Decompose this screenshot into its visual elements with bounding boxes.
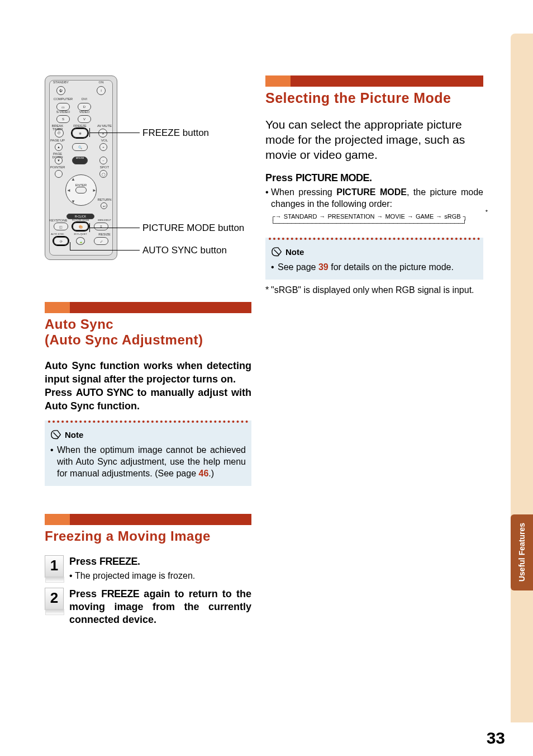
mode-sequence: ┌→ STANDARD → PRESENTATION → MOVIE → GAM… — [271, 213, 483, 220]
step-2-pre: Press — [69, 588, 101, 599]
section-bar-autosync — [45, 302, 251, 313]
callout-line-pm — [89, 228, 140, 228]
step-1-pre: Press — [69, 556, 99, 567]
autosync-press-prefix: Press — [45, 387, 76, 398]
remote-lbl-mouse: MOUSE — [68, 157, 92, 159]
autosync-title-text: Auto Sync (Auto Sync Adjustment) — [45, 316, 203, 347]
pm-press-suf: . — [369, 172, 372, 183]
step-1-kw: FREEZE — [99, 556, 137, 567]
remote-lbl-enter: ENTER — [70, 183, 92, 187]
seq-1: PRESENTATION — [328, 213, 375, 220]
remote-btn-avmute: ✕ — [98, 129, 107, 138]
note-label-picturemode: Note — [285, 247, 304, 257]
loop-underline: └───────────────────────────────────────… — [271, 220, 483, 226]
remote-lbl-resize: RESIZE — [96, 233, 113, 236]
arrow-icon: → — [377, 213, 383, 220]
remote-btn-magnify: 🔍 — [72, 143, 88, 151]
pm-bullet-kw: PICTURE MODE — [336, 187, 407, 197]
pm-bullet-pre: When pressing — [271, 187, 336, 197]
step-2: 2 Press FREEZE again to return to the mo… — [45, 588, 251, 626]
autosync-press-kw: AUTO SYNC — [76, 387, 134, 398]
arrow-icon: → — [407, 213, 413, 220]
seq-4: sRGB — [444, 213, 460, 220]
remote-btn-freeze: ❄ — [72, 129, 88, 138]
remote-btn-video: V — [78, 115, 91, 123]
callout-bracket-freeze — [89, 128, 90, 137]
remote-lbl-dvi: DVI — [73, 97, 96, 101]
page-number: 33 — [487, 729, 505, 748]
remote-lbl-eco: ECO+QUIET — [69, 233, 92, 235]
step-2-num: 2 — [45, 588, 64, 610]
note-icon — [271, 247, 283, 257]
picturemode-body: You can select the appropriate picture m… — [265, 117, 483, 162]
remote-lbl-standby: STANDBY — [50, 81, 72, 84]
picturemode-footnote: "sRGB" is displayed only when RGB signal… — [271, 284, 483, 296]
section-title-picturemode: Selecting the Picture Mode — [265, 90, 483, 106]
remote-body: ⏻ STANDBY I ON ▭ COMPUTER D DVI S S-VIDE… — [49, 80, 113, 256]
picturemode-bullet: When pressing PICTURE MODE, the picture … — [271, 186, 483, 210]
remote-lbl-return: RETURN — [95, 198, 114, 201]
remote-lbl-autosync: AUTO SYNC — [49, 233, 66, 235]
pm-note-pre: See page — [278, 262, 318, 272]
pm-note-page: 39 — [318, 262, 329, 272]
remote-lbl-pageup: PAGE UP — [48, 139, 67, 142]
remote-lbl-picturemode: PICTURE MODE — [69, 219, 92, 221]
remote-lbl-menuhelp: MENU/HELP — [96, 219, 113, 221]
remote-lbl-keystone: KEYSTONE — [49, 219, 66, 222]
nav-up-icon: ▲ — [71, 177, 75, 182]
note-pageref-autosync: 46 — [198, 469, 208, 478]
note-bullet-picturemode: See page 39 for details on the picture m… — [278, 261, 478, 273]
callout-picture-mode: PICTURE MODE button — [142, 223, 244, 234]
right-column: Selecting the Picture Mode You can selec… — [265, 75, 483, 296]
note-box-picturemode: Note See page 39 for details on the pict… — [265, 238, 483, 280]
step-1-suf: . — [137, 556, 140, 567]
arrow-icon: → — [320, 213, 326, 220]
picturemode-press: Press PICTURE MODE. — [265, 172, 483, 184]
remote-btn-pointer — [55, 170, 63, 178]
section-bar-picturemode — [265, 75, 483, 87]
step-1-sub: The projected image is frozen. — [75, 569, 251, 582]
side-tab-label: Useful Features — [518, 523, 526, 582]
autosync-desc: Auto Sync function works when detecting … — [45, 359, 251, 386]
step-1-text: Press FREEZE. The projected image is fro… — [69, 555, 251, 582]
nav-left-icon: ◄ — [66, 188, 71, 193]
remote-btn-keystone: ◫ — [54, 223, 68, 230]
remote-btn-picturemode: 🎨 — [73, 223, 88, 230]
seq-3: GAME — [416, 213, 434, 220]
autosync-press: Press AUTO SYNC to manually adjust with … — [45, 386, 251, 413]
remote-btn-pageup: ▲ — [55, 143, 63, 151]
callout-bracket-as — [70, 242, 70, 250]
note-bullet-autosync: When the optimum image cannot be achieve… — [57, 444, 246, 479]
seq-star: * — [486, 209, 488, 215]
left-column: ⏻ STANDBY I ON ▭ COMPUTER D DVI S S-VIDE… — [45, 75, 251, 632]
step-1: 1 Press FREEZE. The projected image is f… — [45, 555, 251, 582]
remote-lbl-breaktimer: BREAK TIMER — [48, 124, 67, 131]
note-box-autosync: Note When the optimum image cannot be ac… — [45, 420, 251, 486]
remote-lbl-computer: COMPUTER — [52, 97, 74, 101]
remote-lbl-video: VIDEO — [73, 110, 96, 114]
remote-btn-svideo: S — [56, 115, 70, 123]
loop-down-icon: ┌→ — [271, 213, 282, 220]
callout-freeze: FREEZE button — [142, 127, 209, 139]
callout-auto-sync: AUTO SYNC button — [142, 245, 227, 256]
pm-press-kw: PICTURE MODE — [296, 172, 369, 183]
step-2-text: Press FREEZE again to return to the movi… — [69, 588, 251, 626]
remote-btn-menuhelp: ≡ — [94, 223, 108, 230]
step-2-kw: FREEZE — [101, 588, 139, 599]
note-header-autosync: Note — [50, 429, 246, 440]
remote-btn-resize: ⤢ — [94, 237, 108, 245]
loop-up-icon: ┐ — [463, 213, 468, 220]
seq-0: STANDARD — [284, 213, 317, 220]
side-tab: Useful Features — [511, 514, 533, 590]
remote-btn-computer: ▭ — [56, 103, 70, 111]
remote-btn-on: I — [97, 86, 106, 95]
remote-lbl-avmute: AV MUTE — [95, 124, 114, 127]
section-title-autosync: Auto Sync (Auto Sync Adjustment) — [45, 316, 251, 348]
remote-lbl-freeze: FREEZE — [69, 124, 91, 127]
remote-btn-return: ↩ — [101, 202, 107, 209]
page: Useful Features 33 ⏻ STANDBY I ON ▭ COMP… — [0, 0, 533, 756]
remote-lbl-on: ON — [90, 81, 112, 84]
pm-note-post: for details on the picture mode. — [329, 262, 454, 272]
seq-2: MOVIE — [385, 213, 404, 220]
remote-lbl-spot: SPOT — [95, 166, 114, 169]
